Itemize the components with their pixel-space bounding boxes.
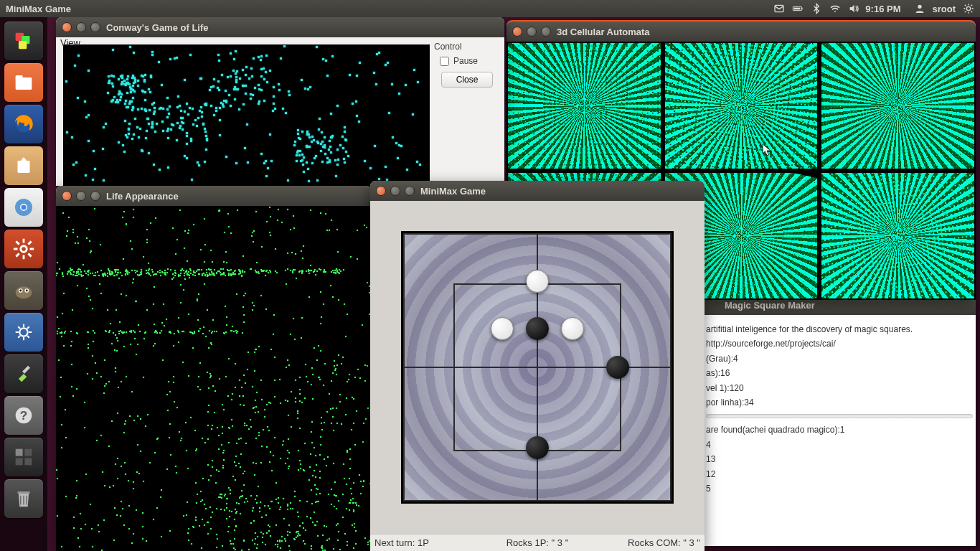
black-stone[interactable]	[526, 317, 549, 340]
files-icon[interactable]	[4, 63, 43, 102]
svg-rect-15	[18, 161, 30, 173]
svg-point-23	[19, 290, 22, 292]
chromium-icon[interactable]	[4, 188, 43, 227]
active-window-title: MiniMax Game	[6, 4, 71, 14]
life-canvas[interactable]	[56, 206, 372, 551]
magic-output: artifitial inteligence for the discovery…	[703, 315, 976, 546]
minimize-icon[interactable]	[76, 191, 86, 201]
session-icon[interactable]	[963, 0, 974, 17]
magic-line: http://sourceforge.net/projects/cai/	[706, 336, 973, 351]
view-menu[interactable]: View	[60, 37, 80, 48]
svg-rect-26	[22, 366, 30, 374]
workspace-icon[interactable]	[4, 438, 43, 476]
svg-point-4	[918, 5, 921, 9]
maximize-icon[interactable]	[405, 186, 415, 196]
magic-line: 13	[706, 452, 973, 466]
svg-rect-35	[24, 458, 32, 465]
status-rocks-com: Rocks COM: " 3 "	[592, 537, 705, 548]
gimp-icon[interactable]	[4, 271, 43, 310]
help-icon[interactable]: ?	[4, 396, 43, 435]
magic-line: 5	[706, 481, 973, 496]
settings-icon[interactable]	[4, 230, 43, 268]
svg-point-5	[966, 6, 970, 10]
window-title: Magic Square Maker	[725, 300, 815, 311]
svg-point-24	[26, 290, 28, 292]
close-icon[interactable]	[62, 191, 72, 201]
magic-line: as):16	[706, 366, 973, 380]
close-icon[interactable]	[512, 27, 522, 37]
minimize-icon[interactable]	[527, 27, 537, 37]
ca-tile	[508, 43, 661, 169]
svg-point-19	[21, 246, 27, 253]
dev-tool-icon[interactable]	[4, 313, 43, 352]
control-group-label: Control	[434, 42, 500, 52]
svg-rect-13	[16, 75, 23, 80]
window-minimax: MiniMax Game Next turn: 1P Rocks 1P: " 3…	[370, 181, 705, 551]
window-title: Conway's Game of Life	[106, 22, 209, 33]
magic-line: vel 1):120	[706, 381, 973, 395]
magic-line: 12	[706, 467, 973, 481]
svg-text:?: ?	[20, 409, 27, 423]
svg-rect-36	[18, 491, 30, 494]
conway-controls: Control Pause Close	[430, 37, 504, 186]
magic-line: artifitial inteligence for the discovery…	[706, 322, 973, 336]
user-name[interactable]: sroot	[933, 0, 956, 17]
magic-line: por linha):34	[706, 395, 973, 410]
conway-canvas[interactable]	[63, 44, 430, 186]
status-bar: Next turn: 1P Rocks 1P: " 3 " Rocks COM:…	[370, 534, 705, 551]
svg-rect-2	[794, 8, 801, 10]
svg-rect-29	[19, 41, 27, 49]
accessories-icon[interactable]	[4, 354, 43, 393]
svg-point-18	[21, 204, 26, 209]
svg-rect-34	[16, 458, 23, 465]
network-icon[interactable]	[829, 0, 841, 17]
status-next-turn: Next turn: 1P	[370, 537, 483, 548]
close-button[interactable]: Close	[441, 72, 493, 88]
user-icon[interactable]	[914, 0, 925, 17]
volume-icon[interactable]	[848, 0, 859, 17]
trash-icon[interactable]	[4, 479, 43, 518]
svg-rect-32	[16, 449, 23, 456]
minimize-icon[interactable]	[390, 186, 400, 196]
software-center-icon[interactable]	[4, 146, 43, 185]
magic-line: are found(achei quadrado magico):1	[706, 423, 973, 437]
top-menubar: MiniMax Game 9:16 PM sroot	[0, 0, 980, 17]
status-rocks-p1: Rocks 1P: " 3 "	[483, 537, 591, 548]
separator	[706, 414, 973, 418]
svg-rect-3	[802, 8, 803, 10]
white-stone[interactable]	[526, 270, 549, 293]
game-board[interactable]	[401, 231, 674, 504]
clock[interactable]: 9:16 PM	[865, 0, 900, 17]
bluetooth-icon[interactable]	[811, 0, 822, 17]
white-stone[interactable]	[561, 317, 584, 340]
maximize-icon[interactable]	[541, 27, 551, 37]
close-icon[interactable]	[376, 186, 386, 196]
magic-line: (Grau):4	[706, 352, 973, 366]
ca-tile	[821, 173, 974, 298]
window-life-appearance: Life Appearance	[56, 186, 372, 551]
window-title: MiniMax Game	[420, 186, 486, 197]
svg-rect-33	[24, 449, 32, 456]
svg-point-25	[19, 328, 27, 336]
pause-label: Pause	[453, 56, 478, 66]
maximize-icon[interactable]	[90, 191, 100, 201]
battery-icon[interactable]	[792, 0, 804, 17]
window-title: 3d Cellular Automata	[557, 27, 650, 37]
maximize-icon[interactable]	[90, 22, 100, 32]
svg-point-20	[16, 286, 32, 298]
pause-checkbox-input[interactable]	[440, 57, 449, 66]
white-stone[interactable]	[491, 317, 514, 340]
minimize-icon[interactable]	[76, 22, 86, 32]
pause-checkbox[interactable]: Pause	[434, 56, 500, 66]
firefox-icon[interactable]	[4, 105, 43, 143]
window-title: Life Appearance	[106, 191, 179, 202]
window-magic-square-maker: Magic Square Maker artifitial inteligenc…	[703, 295, 976, 546]
mail-icon[interactable]	[773, 0, 785, 17]
launcher: ?	[0, 17, 47, 551]
window-conway: Conway's Game of Life View Control Pause…	[56, 17, 504, 186]
windows-switcher-icon[interactable]	[4, 22, 43, 60]
ca-tile	[821, 43, 974, 169]
close-icon[interactable]	[62, 22, 72, 32]
black-stone[interactable]	[606, 356, 629, 379]
black-stone[interactable]	[526, 436, 549, 459]
